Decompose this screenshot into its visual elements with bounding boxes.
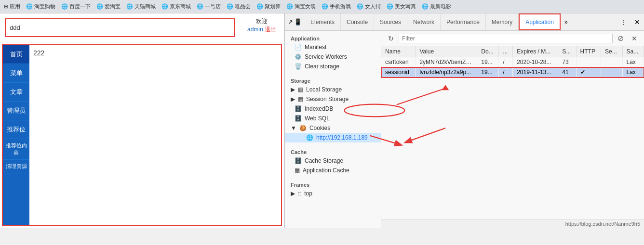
clear-storage-icon: 🗑️: [295, 63, 302, 70]
bookmark-jingdong[interactable]: 🌐 京东商城: [161, 3, 191, 10]
cache-storage-item[interactable]: 🗄️ Cache Storage: [285, 156, 381, 166]
cell-secure: [601, 67, 622, 77]
clear-storage-item[interactable]: 🗑️ Clear storage: [285, 62, 381, 71]
local-storage-group[interactable]: ▶ ▦ Local Storage: [285, 85, 381, 94]
refresh-button[interactable]: ↻: [385, 34, 397, 43]
tab-application[interactable]: Application: [519, 13, 561, 30]
frame-icon: □: [298, 190, 301, 197]
logout-link[interactable]: 退出: [265, 26, 276, 33]
globe-icon: 🌐: [387, 3, 393, 10]
col-expires: Expires / M...: [513, 46, 558, 57]
bookmark-shouji[interactable]: 🌐 手机游戏: [322, 3, 351, 10]
expand-icon: ▶: [291, 86, 295, 93]
bookmark-weipinhui[interactable]: 🌐 唯品会: [227, 3, 251, 10]
cell-name: csrftoken: [381, 57, 416, 67]
main-layout: ddd 欢迎 admin 退出 首页 菜单 文章 管理员 推荐位 推荐位内容 清…: [0, 13, 644, 228]
bookmark-baidu[interactable]: 🌐 百度一下: [61, 3, 91, 10]
websql-item[interactable]: 🗄️ Web SQL: [285, 114, 381, 123]
more-tabs-button[interactable]: »: [561, 13, 572, 30]
bookmarks-bar: ⊞ 应用 🌐 淘宝购物 🌐 百度一下 🌐 爱淘宝 🌐 天猫商城 🌐 京东商城 🌐…: [0, 0, 644, 13]
cell-name: sessionid: [381, 67, 416, 77]
sidebar-item-recommend[interactable]: 推荐位: [3, 120, 29, 139]
globe-icon: 🌐: [322, 3, 328, 10]
storage-section-title: Storage: [285, 75, 381, 85]
cookie-table: Name Value Do... ... Expires / M... S...…: [381, 46, 644, 219]
status-bar: https://blog.csdn.net/Nanme9h5: [381, 219, 644, 228]
col-http: HTTP: [576, 46, 601, 57]
cache-section-title: Cache: [285, 146, 381, 156]
frames-expand-icon: ▶: [291, 190, 295, 197]
sidebar-item-home[interactable]: 首页: [3, 45, 29, 64]
tab-sources[interactable]: Sources: [374, 13, 407, 30]
tab-elements[interactable]: Elements: [305, 13, 341, 30]
devtools-icons: ↗ 📱: [285, 13, 305, 30]
manifest-item[interactable]: 📄 Manifest: [285, 42, 381, 52]
frames-section-title: Frames: [285, 179, 381, 189]
block-button[interactable]: ⊘: [615, 33, 627, 44]
device-icon[interactable]: 📱: [294, 18, 302, 26]
grid-icon: ⊞: [4, 3, 8, 10]
cache-storage-icon: 🗄️: [295, 157, 302, 164]
expand-icon: ▶: [291, 96, 295, 103]
indexeddb-item[interactable]: 🗄️ IndexedDB: [285, 104, 381, 114]
bookmark-apps[interactable]: ⊞ 应用: [4, 3, 20, 10]
service-workers-icon: ⚙️: [295, 53, 302, 60]
globe-icon: 🌐: [286, 3, 293, 10]
table-row[interactable]: sessionid lvnzfdle/np3z2a9p... 19... / 2…: [381, 67, 644, 77]
col-name: Name: [381, 46, 416, 57]
search-input[interactable]: ddd: [5, 18, 235, 37]
bookmark-juhuasuan[interactable]: 🌐 聚划算: [256, 3, 281, 10]
table-row[interactable]: csrftoken 2yMN7d2kVbemZh... 19... / 2020…: [381, 57, 644, 67]
bookmark-nvjie[interactable]: 🌐 女人街: [357, 3, 381, 10]
webpage-content: 222: [29, 45, 281, 225]
content-value: 222: [33, 49, 277, 57]
frames-top-group[interactable]: ▶ □ top: [285, 189, 381, 198]
bookmark-tianmao[interactable]: 🌐 天猫商城: [126, 3, 156, 10]
admin-link[interactable]: admin: [247, 26, 263, 33]
globe-icon: 🌐: [161, 3, 168, 10]
settings-button[interactable]: ⋮: [617, 13, 631, 30]
session-storage-icon: ▦: [298, 96, 303, 103]
globe-icon: 🌐: [96, 3, 103, 10]
globe-icon: 🌐: [26, 3, 33, 10]
col-size: S...: [558, 46, 576, 57]
cell-http: [576, 57, 601, 67]
sidebar-item-admin[interactable]: 管理员: [3, 102, 29, 120]
bookmark-taobao[interactable]: 🌐 淘宝购物: [26, 3, 55, 10]
globe-icon: 🌐: [61, 3, 68, 10]
col-value: Value: [416, 46, 477, 57]
bookmark-zuixin[interactable]: 🌐 最新电影: [422, 3, 451, 10]
cookies-group[interactable]: ▼ 🍪 Cookies: [285, 123, 381, 133]
delete-button[interactable]: ✕: [629, 34, 640, 43]
application-section-title: Application: [285, 33, 381, 42]
pointer-icon[interactable]: ↗: [288, 18, 293, 26]
globe-icon: 🌐: [197, 3, 203, 10]
cell-domain: 19...: [477, 57, 499, 67]
session-storage-group[interactable]: ▶ ▦ Session Storage: [285, 94, 381, 104]
globe-icon: 🌐: [422, 3, 429, 10]
service-workers-item[interactable]: ⚙️ Service Workers: [285, 52, 381, 62]
tab-console[interactable]: Console: [341, 13, 374, 30]
cell-samesite: Lax: [622, 67, 644, 77]
close-devtools-button[interactable]: ✕: [631, 13, 644, 30]
col-secure: Se...: [601, 46, 622, 57]
tab-performance[interactable]: Performance: [441, 13, 486, 30]
webpage-area: ddd 欢迎 admin 退出 首页 菜单 文章 管理员 推荐位 推荐位内容 清…: [0, 13, 284, 228]
sidebar-item-article[interactable]: 文章: [3, 83, 29, 102]
sidebar-item-menu[interactable]: 菜单: [3, 64, 29, 83]
bookmark-nvzhuang[interactable]: 🌐 淘宝女装: [286, 3, 316, 10]
tab-memory[interactable]: Memory: [486, 13, 519, 30]
bookmark-yihao[interactable]: 🌐 一号店: [197, 3, 221, 10]
cookie-filter-input[interactable]: [399, 34, 613, 43]
bookmark-meinv[interactable]: 🌐 美女写真: [387, 3, 416, 10]
bookmark-aitaobao[interactable]: 🌐 爱淘宝: [96, 3, 121, 10]
cookies-host-item[interactable]: 🌐 http://192.168.1.189: [285, 133, 381, 142]
tab-network[interactable]: Network: [407, 13, 441, 30]
cell-expires: 2020-10-28...: [513, 57, 558, 67]
sidebar-item-clear[interactable]: 清理资源: [3, 160, 29, 173]
cookie-toolbar: ↻ ⊘ ✕: [381, 31, 644, 46]
sidebar-item-recommend-content[interactable]: 推荐位内容: [3, 139, 29, 160]
col-domain: Do...: [477, 46, 499, 57]
application-cache-item[interactable]: ▦ Application Cache: [285, 166, 381, 175]
col-samesite: Sa...: [622, 46, 644, 57]
